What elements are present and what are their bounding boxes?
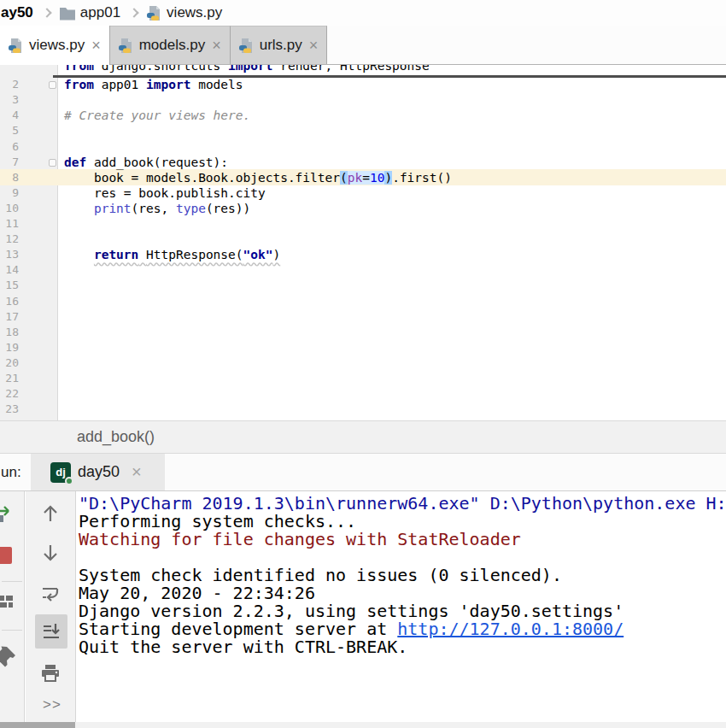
line-number[interactable]: 18	[0, 325, 19, 340]
line-number[interactable]: 5	[0, 123, 19, 138]
up-stack-trace-button[interactable]	[40, 503, 61, 524]
run-tab-close-icon[interactable]: ×	[126, 462, 142, 482]
code-line[interactable]: print(res, type(res))	[64, 201, 250, 216]
soft-wrap-button[interactable]	[40, 584, 61, 604]
console-line: Starting development server at http://12…	[79, 620, 624, 638]
run-toolbar-console: >>	[26, 491, 76, 722]
scroll-to-end-button[interactable]	[35, 614, 67, 649]
rerun-button[interactable]	[0, 504, 15, 525]
tab-views.py[interactable]: views.py×	[0, 26, 110, 65]
code-segment: app01	[102, 78, 146, 91]
console-line: Watching for file changes with StatReloa…	[79, 531, 521, 549]
code-segment: print	[94, 202, 132, 215]
code-line[interactable]: def add_book(request):	[64, 155, 228, 170]
django-run-icon: dj	[50, 462, 71, 483]
breadcrumb-item-app01[interactable]: app01	[59, 4, 120, 21]
code-segment: "ok"	[243, 248, 273, 261]
python-file-icon	[238, 38, 255, 54]
pin-button[interactable]	[0, 645, 15, 666]
line-number[interactable]: 21	[0, 371, 19, 386]
down-stack-trace-button[interactable]	[40, 543, 61, 563]
server-url-link[interactable]: http://127.0.0.1:8000/	[397, 619, 624, 639]
breadcrumb-label: views.py	[167, 4, 222, 21]
function-breadcrumb[interactable]: add_book()	[77, 428, 155, 446]
code-segment: def	[64, 156, 94, 169]
line-number[interactable]: 19	[0, 340, 19, 355]
code-line[interactable]: book = models.Book.objects.filter(pk=10)…	[64, 170, 452, 185]
line-number[interactable]: 2	[0, 77, 19, 92]
line-number[interactable]: 8	[0, 170, 19, 185]
tab-urls.py[interactable]: urls.py×	[231, 26, 328, 64]
stop-button[interactable]	[0, 545, 14, 566]
line-number[interactable]: 12	[0, 232, 19, 247]
code-segment: django.shortcuts	[102, 65, 228, 73]
pin-icon	[0, 645, 17, 667]
tab-models.py[interactable]: models.py×	[110, 26, 231, 64]
tab-close-icon[interactable]: ×	[90, 39, 101, 51]
breadcrumb-chevron-icon	[42, 8, 51, 17]
python-file-icon	[118, 38, 134, 54]
line-number[interactable]: 20	[0, 355, 19, 371]
code-segment: from	[64, 78, 102, 91]
code-line[interactable]: from app01 import models	[64, 77, 243, 92]
line-number[interactable]: 15	[0, 278, 19, 293]
breadcrumb-item-ay50[interactable]: ay50	[1, 4, 33, 21]
code-line[interactable]: return HttpResponse("ok")	[64, 247, 280, 262]
code-segment: =	[362, 171, 370, 185]
console-line: Django version 2.2.3, using settings 'da…	[79, 602, 624, 620]
code-segment: pk	[348, 171, 362, 185]
code-segment: (res))	[206, 202, 250, 215]
line-number[interactable]: 7	[0, 155, 19, 170]
python-file-icon	[146, 5, 162, 21]
line-number[interactable]: 17	[0, 309, 19, 325]
line-number[interactable]: 6	[0, 139, 19, 155]
rerun-icon	[0, 504, 15, 525]
run-config-tab-day50[interactable]: dj day50 ×	[31, 454, 165, 490]
tab-label: models.py	[139, 37, 205, 54]
console-line: "D:\PyCharm 2019.1.3\bin\runnerw64.exe" …	[79, 495, 726, 513]
breadcrumb-label: ay50	[1, 4, 33, 21]
arrow-down-icon	[40, 543, 61, 563]
console-line: Performing system checks...	[79, 513, 356, 531]
line-number[interactable]: 23	[0, 402, 19, 417]
horizontal-scrollbar	[0, 722, 726, 728]
code-segment: res = book.publish.city	[64, 186, 266, 200]
folder-icon	[59, 6, 76, 21]
line-number[interactable]: 10	[0, 201, 19, 216]
toolbar-separator	[2, 630, 22, 631]
run-tab-label: day50	[78, 463, 120, 481]
line-number[interactable]: 9	[0, 185, 19, 201]
run-panel-label: un:	[0, 464, 31, 481]
code-line[interactable]: from django.shortcuts import render, Htt…	[64, 65, 430, 73]
restore-layout-button[interactable]	[0, 591, 15, 612]
line-number[interactable]: 14	[0, 262, 19, 278]
python-file-icon	[8, 38, 24, 54]
line-number[interactable]: 13	[0, 247, 19, 262]
code-line[interactable]: res = book.publish.city	[64, 185, 266, 201]
more-options-button[interactable]: >>	[43, 696, 61, 713]
breadcrumb-item-views.py[interactable]: views.py	[146, 4, 222, 21]
line-number[interactable]: 11	[0, 216, 19, 232]
fold-marker-icon[interactable]	[49, 159, 56, 167]
tab-close-icon[interactable]: ×	[307, 39, 319, 51]
line-number[interactable]: 16	[0, 294, 19, 309]
run-toolbar-left	[0, 491, 25, 722]
line-number[interactable]: 22	[0, 386, 19, 402]
line-number[interactable]: 4	[0, 108, 19, 123]
print-button[interactable]	[39, 662, 60, 683]
code-editor[interactable]: from django.shortcuts import render, Htt…	[0, 65, 726, 420]
code-segment: import	[146, 78, 198, 91]
tab-close-icon[interactable]: ×	[210, 39, 221, 51]
run-tab-row: un: dj day50 ×	[0, 454, 726, 491]
code-line[interactable]: # Create your views here.	[64, 108, 250, 123]
run-console: >> "D:\PyCharm 2019.1.3\bin\runnerw64.ex…	[0, 491, 726, 722]
code-segment: import	[228, 65, 280, 73]
fold-marker-icon[interactable]	[49, 81, 56, 89]
breadcrumb-label: app01	[80, 4, 120, 21]
code-segment	[138, 248, 146, 261]
code-segment: # Create your views here.	[64, 109, 250, 122]
console-output[interactable]: "D:\PyCharm 2019.1.3\bin\runnerw64.exe" …	[79, 495, 726, 719]
line-number[interactable]: 3	[0, 92, 19, 108]
scrollbar-thumb[interactable]	[0, 722, 75, 728]
code-segment: models	[198, 78, 243, 91]
